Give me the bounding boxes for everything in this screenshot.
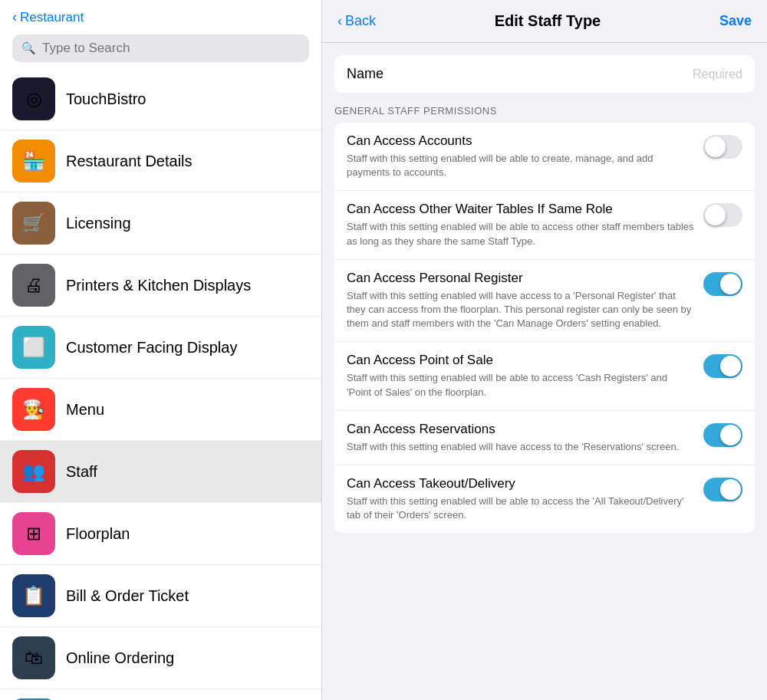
perm-desc-can-access-other-waiter: Staff with this setting enabled will be … <box>347 220 694 248</box>
toggle-knob-can-access-other-waiter <box>705 205 726 225</box>
sidebar-item-menu-label: Menu <box>66 401 104 419</box>
menu-icon: 👨‍🍳 <box>12 388 55 431</box>
permission-item-can-access-takeout: Can Access Takeout/DeliveryStaff with th… <box>334 465 755 533</box>
sidebar-item-staff[interactable]: 👥Staff <box>0 441 321 503</box>
name-label: Name <box>347 66 384 82</box>
sidebar-item-printers-label: Printers & Kitchen Displays <box>66 277 251 294</box>
sidebar-item-floorplan[interactable]: ⊞Floorplan <box>0 503 321 565</box>
sidebar-item-customer-display-label: Customer Facing Display <box>66 339 237 357</box>
perm-title-can-access-reservations: Can Access Reservations <box>347 422 694 437</box>
permissions-section-header: GENERAL STAFF PERMISSIONS <box>322 93 767 123</box>
sidebar-item-licensing[interactable]: 🛒Licensing <box>0 192 321 255</box>
toggle-knob-can-access-pos <box>720 356 741 376</box>
sidebar-item-restaurant-details[interactable]: 🏪Restaurant Details <box>0 130 321 192</box>
touchbistro-icon: ◎ <box>12 77 55 120</box>
sidebar-item-online-ordering[interactable]: 🛍Online Ordering <box>0 627 321 689</box>
toggle-can-access-personal-register[interactable] <box>703 272 742 296</box>
back-button[interactable]: ‹ Back <box>337 13 376 29</box>
chevron-back-icon: ‹ <box>337 13 342 29</box>
toggle-can-access-other-waiter[interactable] <box>703 203 742 227</box>
main-panel: ‹ Back Edit Staff Type Save Name Require… <box>322 0 767 700</box>
save-button[interactable]: Save <box>719 13 752 29</box>
sidebar-item-online-ordering-label: Online Ordering <box>66 649 174 667</box>
permission-item-can-access-other-waiter: Can Access Other Waiter Tables If Same R… <box>334 191 755 259</box>
perm-desc-can-access-reservations: Staff with this setting enabled will hav… <box>347 440 694 454</box>
sidebar-item-restaurant-details-label: Restaurant Details <box>66 153 193 170</box>
sidebar-item-touchbistro-label: TouchBistro <box>66 90 146 108</box>
main-header: ‹ Back Edit Staff Type Save <box>322 0 767 43</box>
perm-title-can-access-takeout: Can Access Takeout/Delivery <box>347 476 694 491</box>
sidebar: ‹ Restaurant 🔍 ◎TouchBistro🏪Restaurant D… <box>0 0 322 700</box>
perm-desc-can-access-personal-register: Staff with this setting enabled will hav… <box>347 289 694 331</box>
toggle-can-access-pos[interactable] <box>703 354 742 378</box>
perm-desc-can-access-takeout: Staff with this setting enabled will be … <box>347 495 694 522</box>
restaurant-back-label: Restaurant <box>20 10 84 25</box>
toggle-knob-can-access-personal-register <box>720 274 741 294</box>
perm-title-can-access-accounts: Can Access Accounts <box>347 133 694 149</box>
toggle-can-access-accounts[interactable] <box>703 135 742 159</box>
staff-icon: 👥 <box>12 450 55 493</box>
sidebar-header: ‹ Restaurant 🔍 <box>0 0 321 68</box>
sidebar-item-customer-display[interactable]: ⬜Customer Facing Display <box>0 317 321 379</box>
sidebar-item-staff-label: Staff <box>66 463 97 481</box>
name-field-container: Name Required <box>334 55 755 93</box>
search-icon: 🔍 <box>21 41 36 55</box>
sidebar-items-list: ◎TouchBistro🏪Restaurant Details🛒Licensin… <box>0 68 321 700</box>
search-input[interactable] <box>42 41 300 56</box>
toggle-can-access-reservations[interactable] <box>703 423 742 447</box>
restaurant-details-icon: 🏪 <box>12 140 55 182</box>
sidebar-item-touchbistro[interactable]: ◎TouchBistro <box>0 68 321 130</box>
permission-item-can-access-pos: Can Access Point of SaleStaff with this … <box>334 342 755 410</box>
printers-icon: 🖨 <box>12 264 55 307</box>
sidebar-item-payment-gateways[interactable]: 💳Payment Gateways <box>0 689 321 700</box>
sidebar-item-licensing-label: Licensing <box>66 215 131 232</box>
back-label: Back <box>345 13 376 29</box>
chevron-left-icon: ‹ <box>12 9 17 25</box>
licensing-icon: 🛒 <box>12 202 55 245</box>
page-title: Edit Staff Type <box>495 12 601 30</box>
sidebar-item-menu[interactable]: 👨‍🍳Menu <box>0 379 321 441</box>
permission-item-can-access-accounts: Can Access AccountsStaff with this setti… <box>334 123 755 191</box>
search-bar[interactable]: 🔍 <box>12 35 309 62</box>
perm-title-can-access-other-waiter: Can Access Other Waiter Tables If Same R… <box>347 202 694 217</box>
floorplan-icon: ⊞ <box>12 512 55 555</box>
permissions-list: Can Access AccountsStaff with this setti… <box>334 123 755 533</box>
bill-order-icon: 📋 <box>12 574 55 617</box>
restaurant-back-button[interactable]: ‹ Restaurant <box>12 9 309 25</box>
sidebar-item-bill-order-label: Bill & Order Ticket <box>66 587 189 605</box>
name-placeholder: Required <box>693 67 742 81</box>
permission-item-can-access-reservations: Can Access ReservationsStaff with this s… <box>334 411 755 465</box>
perm-title-can-access-pos: Can Access Point of Sale <box>347 353 694 368</box>
customer-display-icon: ⬜ <box>12 326 55 369</box>
toggle-can-access-takeout[interactable] <box>703 478 742 501</box>
perm-desc-can-access-accounts: Staff with this setting enabled will be … <box>347 152 694 179</box>
toggle-knob-can-access-accounts <box>705 136 726 157</box>
perm-title-can-access-personal-register: Can Access Personal Register <box>347 271 694 286</box>
online-ordering-icon: 🛍 <box>12 636 55 679</box>
toggle-knob-can-access-takeout <box>720 479 741 500</box>
toggle-knob-can-access-reservations <box>720 425 741 445</box>
sidebar-item-printers[interactable]: 🖨Printers & Kitchen Displays <box>0 255 321 317</box>
sidebar-item-bill-order[interactable]: 📋Bill & Order Ticket <box>0 565 321 627</box>
sidebar-item-floorplan-label: Floorplan <box>66 525 130 543</box>
perm-desc-can-access-pos: Staff with this setting enabled will be … <box>347 371 694 399</box>
permission-item-can-access-personal-register: Can Access Personal RegisterStaff with t… <box>334 260 755 343</box>
